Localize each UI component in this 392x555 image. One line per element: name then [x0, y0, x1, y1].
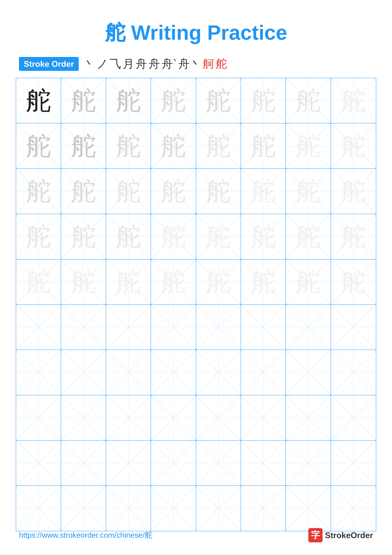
grid-cell[interactable]: 舵: [196, 259, 241, 304]
grid-cell[interactable]: 舵: [286, 78, 331, 123]
grid-cell[interactable]: [61, 486, 106, 531]
grid-cell[interactable]: 舵: [241, 169, 286, 214]
svg-line-127: [331, 395, 376, 440]
grid-cell[interactable]: [61, 441, 106, 486]
grid-cell[interactable]: 舵: [106, 214, 151, 259]
grid-cell[interactable]: [241, 441, 286, 486]
grid-cell[interactable]: [106, 350, 151, 395]
grid-cell[interactable]: [106, 395, 151, 440]
grid-cell[interactable]: 舵: [241, 124, 286, 168]
grid-cell[interactable]: 舵: [286, 214, 331, 259]
grid-cell[interactable]: 舵: [196, 78, 241, 123]
grid-cell[interactable]: [61, 395, 106, 440]
grid-cell[interactable]: [286, 350, 331, 395]
grid-cell[interactable]: [196, 350, 241, 395]
grid-cell[interactable]: [61, 350, 106, 395]
grid-cell[interactable]: [196, 395, 241, 440]
grid-cell[interactable]: [241, 486, 286, 531]
grid-cell[interactable]: 舵: [151, 78, 196, 123]
grid-cell[interactable]: 舵: [61, 214, 106, 259]
grid-cell[interactable]: 舵: [241, 259, 286, 304]
grid-cell[interactable]: [331, 441, 376, 486]
grid-cell[interactable]: 舵: [286, 169, 331, 214]
grid-cell[interactable]: 舵: [331, 214, 376, 259]
grid-cell[interactable]: 舵: [241, 78, 286, 123]
grid-cell[interactable]: [16, 350, 61, 395]
grid-cell[interactable]: [16, 486, 61, 531]
grid-cell[interactable]: 舵: [16, 259, 61, 304]
svg-line-142: [331, 441, 376, 486]
svg-line-112: [16, 395, 61, 440]
grid-cell[interactable]: 舵: [151, 169, 196, 214]
grid-cell[interactable]: [151, 486, 196, 531]
svg-line-122: [241, 395, 285, 440]
grid-cell[interactable]: [241, 395, 286, 440]
grid-cell[interactable]: 舵: [61, 169, 106, 214]
grid-cell[interactable]: 舵: [331, 124, 376, 168]
svg-line-133: [106, 441, 151, 486]
grid-cell[interactable]: 舵: [106, 259, 151, 304]
grid-cell[interactable]: [286, 305, 331, 350]
grid-cell[interactable]: 舵: [61, 259, 106, 304]
footer-url[interactable]: https://www.strokeorder.com/chinese/舵: [19, 530, 152, 540]
grid-cell[interactable]: 舵: [241, 214, 286, 259]
grid-cell[interactable]: 舵: [331, 78, 376, 123]
grid-cell[interactable]: 舵: [196, 124, 241, 168]
grid-cell[interactable]: 舵: [151, 259, 196, 304]
grid-cell[interactable]: 舵: [151, 214, 196, 259]
grid-cell[interactable]: 舵: [286, 124, 331, 168]
grid-cell[interactable]: 舵: [61, 78, 106, 123]
grid-cell[interactable]: [331, 305, 376, 350]
svg-line-129: [16, 441, 61, 486]
grid-cell[interactable]: [241, 305, 286, 350]
grid-cell[interactable]: 舵: [16, 214, 61, 259]
grid-cell[interactable]: 舵: [151, 124, 196, 168]
grid-cell[interactable]: [286, 395, 331, 440]
grid-cell[interactable]: 舵: [196, 169, 241, 214]
svg-line-108: [286, 350, 330, 395]
grid-cell[interactable]: [16, 441, 61, 486]
grid-cell[interactable]: [331, 350, 376, 395]
grid-cell[interactable]: [151, 305, 196, 350]
grid-cell[interactable]: 舵: [106, 124, 151, 168]
svg-line-154: [241, 486, 285, 531]
grid-cell[interactable]: [106, 305, 151, 350]
grid-cell[interactable]: [196, 486, 241, 531]
grid-cell[interactable]: [196, 441, 241, 486]
grid-cell[interactable]: [286, 441, 331, 486]
grid-cell[interactable]: 舵: [16, 124, 61, 168]
grid-cell[interactable]: 舵: [61, 124, 106, 168]
grid-cell[interactable]: [331, 395, 376, 440]
grid-cell[interactable]: 舵: [331, 169, 376, 214]
grid-cell[interactable]: [196, 305, 241, 350]
grid-cell[interactable]: 舵: [331, 259, 376, 304]
grid-cell[interactable]: 舵: [106, 169, 151, 214]
grid-cell[interactable]: [106, 441, 151, 486]
grid-cell[interactable]: 舵: [196, 214, 241, 259]
grid-cell[interactable]: 舵: [106, 78, 151, 123]
grid-cell[interactable]: [151, 350, 196, 395]
grid-cell[interactable]: [16, 305, 61, 350]
grid-cell[interactable]: 舵: [286, 259, 331, 304]
svg-line-99: [61, 350, 106, 395]
grid-row: [16, 305, 376, 350]
svg-line-123: [241, 395, 285, 440]
grid-cell[interactable]: [331, 486, 376, 531]
svg-line-149: [106, 486, 151, 531]
grid-cell[interactable]: [106, 486, 151, 531]
grid-cell[interactable]: [286, 486, 331, 531]
grid-cell[interactable]: [61, 305, 106, 350]
svg-line-104: [196, 350, 241, 395]
grid-cell[interactable]: 舵: [16, 169, 61, 214]
grid-cell[interactable]: [151, 395, 196, 440]
grid-cell[interactable]: [151, 441, 196, 486]
svg-line-139: [241, 441, 285, 486]
grid-cell[interactable]: 舵: [16, 78, 61, 123]
svg-line-159: [331, 486, 376, 531]
svg-line-96: [16, 350, 61, 395]
svg-line-82: [61, 305, 106, 350]
svg-line-114: [61, 395, 106, 440]
logo-text: StrokeOrder: [325, 531, 373, 540]
grid-cell[interactable]: [241, 350, 286, 395]
grid-cell[interactable]: [16, 395, 61, 440]
